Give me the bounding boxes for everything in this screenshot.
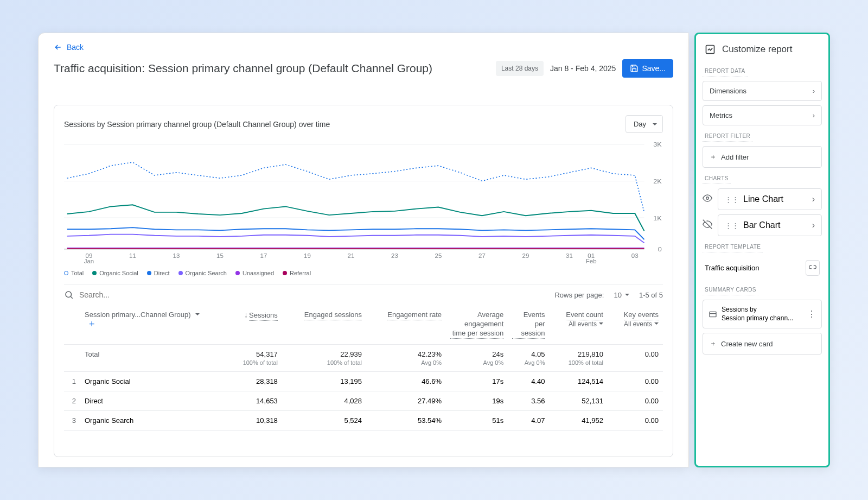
bar-chart-item[interactable]: ⋮⋮Bar Chart › <box>703 214 822 236</box>
kebab-icon[interactable]: ⋮ <box>807 309 816 319</box>
granularity-select[interactable]: Day <box>626 115 663 133</box>
card-header: Sessions by Session primary channel grou… <box>64 115 663 133</box>
main-panel: Back Traffic acquisition: Session primar… <box>38 33 689 467</box>
line-chart-item[interactable]: ⋮⋮Line Chart › <box>703 188 822 210</box>
section-charts: CHARTS <box>703 172 731 184</box>
search-input[interactable] <box>79 290 188 299</box>
event-count-filter[interactable]: All events <box>553 320 603 328</box>
svg-text:1K: 1K <box>653 214 661 221</box>
chevron-right-icon: › <box>812 194 815 204</box>
date-range[interactable]: Jan 8 - Feb 4, 2025 <box>550 64 616 73</box>
svg-text:17: 17 <box>260 252 267 258</box>
svg-text:03: 03 <box>631 252 639 258</box>
drag-handle-icon[interactable]: ⋮⋮ <box>725 195 739 204</box>
chevron-right-icon: › <box>813 111 815 119</box>
svg-text:15: 15 <box>216 252 224 258</box>
legend-unassigned[interactable]: Unassigned <box>235 270 274 276</box>
rows-per-page-select[interactable]: 10 <box>614 291 629 299</box>
total-row: Total 54,317100% of total 22,939100% of … <box>64 344 663 371</box>
table-row[interactable]: 1 Organic Social 28,318 13,195 46.6% 17s… <box>64 371 663 391</box>
legend-organic-social[interactable]: Organic Social <box>92 270 138 276</box>
report-card: Sessions by Session primary channel grou… <box>54 105 673 457</box>
customize-title: Customize report <box>703 42 822 60</box>
add-filter-button[interactable]: ＋Add filter <box>703 146 822 168</box>
svg-text:29: 29 <box>522 252 529 258</box>
eye-off-icon[interactable] <box>703 219 713 231</box>
svg-text:Feb: Feb <box>586 258 597 263</box>
col-sessions[interactable]: ↓Sessions <box>227 305 282 344</box>
legend-referral[interactable]: Referral <box>283 270 311 276</box>
legend-total[interactable]: Total <box>64 270 84 276</box>
save-button[interactable]: Save... <box>622 59 673 78</box>
svg-text:25: 25 <box>435 252 442 258</box>
title-right: Last 28 days Jan 8 - Feb 4, 2025 Save... <box>496 59 673 78</box>
granularity-value: Day <box>634 120 646 128</box>
col-avg-engagement-time[interactable]: Average engagement time per session <box>446 305 508 344</box>
legend-direct[interactable]: Direct <box>147 270 170 276</box>
eye-icon[interactable] <box>703 193 713 205</box>
dimension-header[interactable]: Session primary...Channel Group) <box>85 311 222 319</box>
back-button[interactable]: Back <box>54 43 673 52</box>
section-report-filter: REPORT FILTER <box>703 130 752 142</box>
col-engaged-sessions[interactable]: Engaged sessions <box>282 305 366 344</box>
key-events-filter[interactable]: All events <box>612 320 659 328</box>
svg-text:0: 0 <box>658 246 662 253</box>
svg-text:27: 27 <box>478 252 486 258</box>
col-event-count[interactable]: Event countAll events <box>549 305 607 344</box>
col-events-per-session[interactable]: Events per session <box>508 305 549 344</box>
add-dimension-button[interactable]: + <box>89 319 95 330</box>
col-key-events[interactable]: Key eventsAll events <box>608 305 663 344</box>
summary-card[interactable]: Sessions by Session primary chann... ⋮ <box>703 300 822 328</box>
create-card-button[interactable]: ＋Create new card <box>703 333 822 355</box>
chevron-right-icon: › <box>812 220 815 230</box>
svg-point-26 <box>706 197 709 200</box>
svg-text:Jan: Jan <box>84 258 94 263</box>
table-row[interactable]: 3 Organic Search 10,318 5,524 53.54% 51s… <box>64 410 663 430</box>
customize-panel: Customize report REPORT DATA Dimensions … <box>694 33 830 467</box>
title-row: Traffic acquisition: Session primary cha… <box>54 59 673 78</box>
plus-icon: ＋ <box>710 152 717 162</box>
template-row: Traffic acquisition <box>703 257 822 279</box>
customize-icon <box>705 44 716 55</box>
rows-per-page-label: Rows per page: <box>554 291 604 299</box>
back-label: Back <box>67 43 84 52</box>
plus-icon: ＋ <box>710 339 717 349</box>
save-icon <box>630 64 639 73</box>
search-box[interactable] <box>64 290 188 300</box>
svg-rect-27 <box>710 312 716 317</box>
page-range: 1-5 of 5 <box>639 291 663 299</box>
svg-text:31: 31 <box>566 252 573 258</box>
save-label: Save... <box>642 64 666 73</box>
svg-point-24 <box>66 292 72 298</box>
search-icon <box>64 290 74 300</box>
svg-text:13: 13 <box>173 252 180 258</box>
arrow-left-icon <box>54 43 62 52</box>
drag-handle-icon[interactable]: ⋮⋮ <box>725 221 739 230</box>
svg-text:21: 21 <box>348 252 355 258</box>
svg-text:19: 19 <box>304 252 311 258</box>
col-engagement-rate[interactable]: Engagement rate <box>366 305 446 344</box>
unlink-icon[interactable] <box>806 260 820 276</box>
svg-text:11: 11 <box>129 252 136 258</box>
chart-title: Sessions by Session primary channel grou… <box>64 120 330 129</box>
svg-text:23: 23 <box>391 252 398 258</box>
dimensions-button[interactable]: Dimensions › <box>703 81 822 101</box>
svg-text:3K: 3K <box>653 141 661 148</box>
svg-text:2K: 2K <box>653 178 661 185</box>
line-chart: 3K 2K 1K 0 09 <box>64 138 663 263</box>
pager: Rows per page: 10 1-5 of 5 <box>554 291 663 299</box>
metrics-button[interactable]: Metrics › <box>703 105 822 125</box>
legend-organic-search[interactable]: Organic Search <box>178 270 227 276</box>
table-toolbar: Rows per page: 10 1-5 of 5 <box>64 284 663 305</box>
section-report-data: REPORT DATA <box>703 65 748 77</box>
section-template: REPORT TEMPLATE <box>703 240 763 252</box>
section-summary: SUMMARY CARDS <box>703 283 758 295</box>
table-row[interactable]: 2 Direct 14,653 4,028 27.49% 19s 3.56 52… <box>64 391 663 410</box>
data-table: Session primary...Channel Group) + ↓Sess… <box>64 305 663 431</box>
period-badge: Last 28 days <box>496 61 544 76</box>
chevron-right-icon: › <box>813 87 815 95</box>
chart-legend: Total Organic Social Direct Organic Sear… <box>64 268 663 284</box>
page-title: Traffic acquisition: Session primary cha… <box>54 62 432 75</box>
card-icon <box>709 310 717 319</box>
